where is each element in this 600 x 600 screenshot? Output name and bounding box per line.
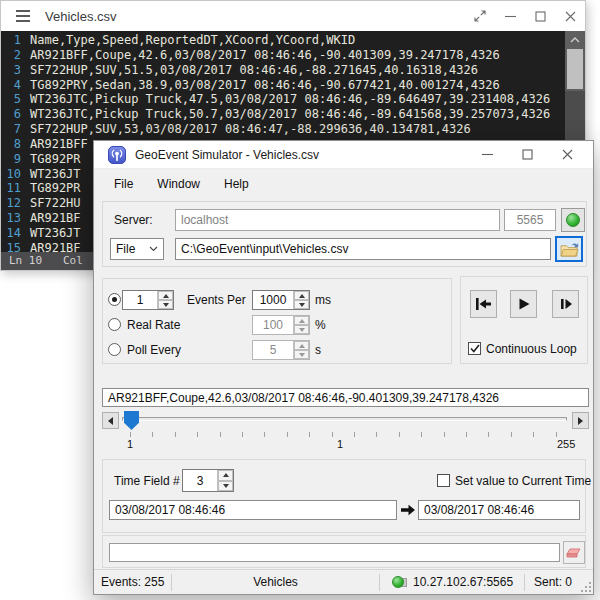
editor-title: Vehicles.csv bbox=[45, 9, 117, 24]
editor-maximize-button[interactable] bbox=[525, 1, 555, 31]
line-text: WT236JT bbox=[30, 226, 81, 241]
time-field-value: 3 bbox=[183, 474, 217, 488]
editor-line: 7SF722HUP,SUV,53,03/08/2017 08:46:47,-88… bbox=[1, 122, 565, 137]
status-bar: Events: 255 Vehicles 10.27.102.67:5565 S… bbox=[94, 569, 593, 594]
poll-every-label[interactable]: Poll Every bbox=[127, 343, 181, 357]
line-number: 15 bbox=[1, 241, 21, 252]
minimize-button[interactable] bbox=[467, 141, 507, 169]
line-text: SF722HUP,SUV,51.5,03/08/2017 08:46:46,-8… bbox=[30, 63, 478, 78]
time-field-label: Time Field # bbox=[114, 474, 180, 488]
editor-close-button[interactable] bbox=[555, 1, 585, 31]
source-type-select[interactable]: File bbox=[110, 238, 164, 260]
maximize-button[interactable] bbox=[507, 141, 547, 169]
set-current-time-checkbox[interactable] bbox=[437, 474, 450, 487]
real-rate-value: 100 bbox=[253, 318, 293, 332]
step-forward-icon bbox=[558, 297, 573, 311]
expand-diagonal-icon[interactable] bbox=[465, 1, 495, 31]
step-forward-button[interactable] bbox=[552, 290, 579, 318]
line-number: 14 bbox=[1, 226, 21, 241]
server-label: Server: bbox=[114, 213, 153, 227]
scrollbar-thumb[interactable] bbox=[567, 49, 583, 89]
file-path-input[interactable]: C:\GeoEvent\input\Vehicles.csv bbox=[175, 238, 551, 260]
slider-ticks bbox=[130, 432, 563, 437]
spinner-up-icon bbox=[294, 316, 309, 325]
menu-item-window[interactable]: Window bbox=[145, 173, 212, 195]
menu-bar: File Window Help bbox=[94, 170, 593, 197]
eraser-icon bbox=[566, 547, 582, 559]
set-current-time-label[interactable]: Set value to Current Time bbox=[455, 474, 591, 488]
line-text: WT236JTC,Pickup Truck,50.7,03/08/2017 08… bbox=[30, 107, 550, 122]
server-host-input[interactable]: localhost bbox=[175, 209, 500, 231]
line-text: TG892PR bbox=[30, 181, 81, 196]
spinner-down-icon bbox=[294, 325, 309, 334]
menu-item-file[interactable]: File bbox=[102, 173, 145, 195]
event-time-from-field[interactable]: 03/08/2017 08:46:46 bbox=[109, 500, 397, 520]
close-button[interactable] bbox=[547, 141, 587, 169]
scroll-up-icon[interactable] bbox=[565, 31, 585, 48]
spinner-up-icon[interactable] bbox=[158, 291, 173, 300]
editor-line: 2AR921BFF,Coupe,42.6,03/08/2017 08:46:46… bbox=[1, 48, 565, 63]
line-number: 5 bbox=[1, 92, 21, 107]
restart-button[interactable] bbox=[470, 290, 497, 318]
slider-track[interactable] bbox=[122, 417, 567, 421]
editor-minimize-button[interactable] bbox=[495, 1, 525, 31]
connection-group: Server: localhost 5565 File C:\GeoEvent\… bbox=[102, 201, 587, 267]
line-text: AR921BF bbox=[30, 211, 81, 226]
ms-unit-label: ms bbox=[315, 293, 331, 307]
interval-spinner[interactable]: 1000 bbox=[252, 290, 310, 310]
current-event-field[interactable]: AR921BFF,Coupe,42.6,03/08/2017 08:46:46,… bbox=[102, 388, 589, 407]
continuous-loop-checkbox[interactable] bbox=[468, 342, 481, 355]
connection-status-icon bbox=[392, 576, 407, 588]
spinner-down-icon[interactable] bbox=[158, 300, 173, 309]
hamburger-menu-icon[interactable] bbox=[16, 7, 30, 25]
event-time-to-field[interactable]: 03/08/2017 08:46:46 bbox=[418, 500, 580, 520]
column-indicator: Col bbox=[63, 252, 83, 270]
line-text: TG892PR bbox=[30, 152, 81, 167]
message-field[interactable] bbox=[109, 543, 560, 562]
line-text: WT236JTC,Pickup Truck,47.5,03/08/2017 08… bbox=[30, 92, 550, 107]
slider-thumb[interactable] bbox=[124, 411, 139, 430]
radio-poll-every[interactable] bbox=[108, 343, 121, 356]
editor-titlebar: Vehicles.csv bbox=[1, 1, 585, 31]
simulator-titlebar: GeoEvent Simulator - Vehicles.csv bbox=[94, 141, 593, 169]
line-text: SF722HUP,SUV,53,03/08/2017 08:46:47,-88.… bbox=[30, 122, 471, 137]
slider-right-button[interactable] bbox=[572, 412, 589, 429]
line-number: 2 bbox=[1, 48, 21, 63]
spinner-down-icon[interactable] bbox=[294, 300, 309, 309]
slider-start-label: 1 bbox=[127, 438, 133, 450]
radio-real-rate[interactable] bbox=[108, 318, 121, 331]
rate-group: 1 Events Per 1000 ms Real Rate 100 % Pol… bbox=[102, 278, 452, 364]
window-title: GeoEvent Simulator - Vehicles.csv bbox=[135, 148, 319, 162]
editor-line: 5WT236JTC,Pickup Truck,47.5,03/08/2017 0… bbox=[1, 92, 565, 107]
spinner-down-icon bbox=[294, 350, 309, 359]
events-count-spinner[interactable]: 1 bbox=[122, 290, 174, 310]
clear-button[interactable] bbox=[563, 541, 585, 564]
resize-grip[interactable] bbox=[581, 582, 591, 592]
line-number: 1 bbox=[1, 33, 21, 48]
line-text: WT236JT bbox=[30, 167, 81, 182]
line-text: AR921BFF,Coupe,42.6,03/08/2017 08:46:46,… bbox=[30, 48, 500, 63]
line-number: 8 bbox=[1, 137, 21, 152]
continuous-loop-label[interactable]: Continuous Loop bbox=[486, 342, 577, 356]
interval-value: 1000 bbox=[253, 293, 293, 307]
simulator-window: GeoEvent Simulator - Vehicles.csv File W… bbox=[93, 140, 594, 595]
line-number: 9 bbox=[1, 152, 21, 167]
spinner-up-icon[interactable] bbox=[218, 470, 233, 481]
play-button[interactable] bbox=[510, 290, 537, 318]
line-number: 6 bbox=[1, 107, 21, 122]
real-rate-label[interactable]: Real Rate bbox=[127, 318, 180, 332]
browse-button[interactable] bbox=[555, 236, 583, 262]
connection-orb-icon bbox=[566, 213, 580, 227]
slider-left-button[interactable] bbox=[102, 412, 119, 429]
poll-spinner: 5 bbox=[252, 340, 310, 360]
spinner-up-icon[interactable] bbox=[294, 291, 309, 300]
radio-events-per[interactable] bbox=[108, 293, 121, 306]
menu-item-help[interactable]: Help bbox=[212, 173, 261, 195]
connect-button[interactable] bbox=[561, 208, 585, 232]
line-text: AR921BF bbox=[30, 241, 81, 252]
play-icon bbox=[517, 297, 531, 311]
line-number: 4 bbox=[1, 78, 21, 93]
spinner-down-icon[interactable] bbox=[218, 481, 233, 492]
time-field-spinner[interactable]: 3 bbox=[182, 469, 234, 492]
server-port-input[interactable]: 5565 bbox=[504, 209, 556, 231]
